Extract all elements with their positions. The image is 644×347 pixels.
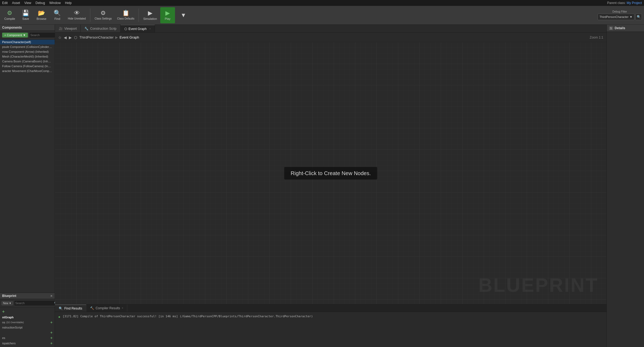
tree-add-empty-button[interactable]: + <box>50 331 53 334</box>
blueprint-tree: + ntGraph ns (32 Overridable) + nstructi… <box>0 307 55 347</box>
blueprint-header: Blueprint × <box>0 293 55 299</box>
play-button[interactable]: ▶ Play <box>160 7 175 23</box>
compile-icon: ⚙ <box>7 10 12 16</box>
play-icon: ▶ <box>165 10 170 16</box>
component-item-collision[interactable]: psule Component (CollisionCylinder) (Inh… <box>0 44 55 49</box>
breadcrumb-graph-icon: ⬡ <box>74 35 77 40</box>
debug-filter-select[interactable]: ThirdPersonCharacter ▼ <box>598 14 634 20</box>
bp-view-button[interactable]: New ▼ <box>2 301 13 305</box>
simulation-button[interactable]: ▶ Simulation <box>141 7 159 23</box>
menu-window[interactable]: Window <box>49 1 61 5</box>
hide-unrelated-button[interactable]: 👁 Hide Unrelated <box>66 7 88 23</box>
zoom-label: Zoom 1:1 <box>590 36 603 39</box>
component-item-mesh[interactable]: Mesh (CharacterMesh0) (Inherited) <box>0 54 55 59</box>
menu-items-group: Edit Asset View Debug Window Help <box>2 1 72 5</box>
viewport-tab-icon: 🎥 <box>59 27 63 31</box>
debug-filter-group: Debug Filter ThirdPersonCharacter ▼ 🔍 <box>598 10 642 20</box>
tab-event-graph[interactable]: ⬡ Event Graph × <box>121 25 155 32</box>
class-settings-icon: ⚙ <box>100 10 106 16</box>
log-entry-0: ● [3171.82] Compile of ThirdPersonCharac… <box>58 314 603 320</box>
center-area: 🎥 Viewport 🔧 Construction Scrip ⬡ Event … <box>55 25 606 347</box>
find-results-icon: 🔍 <box>59 307 63 310</box>
log-text: [3171.82] Compile of ThirdPersonCharacte… <box>62 315 313 318</box>
breadcrumb-path: ThirdPersonCharacter ▶ Event Graph <box>79 35 139 39</box>
tab-viewport[interactable]: 🎥 Viewport <box>55 25 81 32</box>
compiler-tab-close[interactable]: × <box>122 307 123 310</box>
panel-number: 1 <box>609 27 613 30</box>
graph-canvas[interactable]: Right-Click to Create New Nodes. BLUEPRI… <box>55 42 606 304</box>
compile-button[interactable]: ⚙ Compile <box>2 7 17 23</box>
construction-tab-icon: 🔧 <box>84 27 88 31</box>
menu-view[interactable]: View <box>24 1 31 5</box>
blueprint-toolbar: New ▼ 🔍 👁 ⚙ <box>0 299 55 307</box>
toolbar-right: Debug Filter ThirdPersonCharacter ▼ 🔍 <box>598 10 642 20</box>
bp-search-input[interactable] <box>14 301 53 305</box>
component-item-camera-boom[interactable]: Camera Boom (CameraBoom) (Inherited) <box>0 59 55 64</box>
menu-asset[interactable]: Asset <box>12 1 20 5</box>
component-item-char-movement[interactable]: aracter Movement (CharMoveComp) (Inheri <box>0 69 55 73</box>
tree-event-graph-label: ntGraph <box>2 316 14 319</box>
compiler-results-icon: 🔨 <box>90 306 94 310</box>
toolbar-separator-1 <box>90 9 90 22</box>
tree-add-function-button[interactable]: + <box>50 320 53 324</box>
add-component-button[interactable]: + Component ▼ <box>2 33 28 37</box>
left-panel: Components + Component ▼ 🔍 PersonCharact… <box>0 25 55 347</box>
tree-item-event-graph[interactable]: ntGraph <box>0 315 55 320</box>
menu-debug[interactable]: Debug <box>36 1 45 5</box>
bottom-tab-find-results[interactable]: 🔍 Find Results <box>55 304 86 312</box>
components-list: PersonCharacter(self) psule Component (C… <box>0 40 55 293</box>
breadcrumb-back-button[interactable]: ◀ <box>64 35 67 40</box>
tab-construction-script[interactable]: 🔧 Construction Scrip <box>81 25 120 32</box>
tab-close-icon[interactable]: × <box>149 27 151 30</box>
tree-item-empty[interactable]: + <box>0 330 55 335</box>
save-button[interactable]: 💾 Save <box>18 7 33 23</box>
breadcrumb-left: ☆ ◀ ▶ ⬡ ThirdPersonCharacter ▶ Event Gra… <box>58 35 139 40</box>
blueprint-watermark: BLUEPRINT <box>478 274 598 296</box>
play-dropdown-icon: ▼ <box>180 12 186 18</box>
class-defaults-button[interactable]: 📋 Class Defaults <box>115 7 136 23</box>
find-icon: 🔍 <box>54 10 61 16</box>
blueprint-close-button[interactable]: × <box>50 294 53 298</box>
right-panel: 1 Details <box>606 25 644 347</box>
bp-search-bar: 🔍 <box>14 300 59 306</box>
browse-button[interactable]: 📂 Browse <box>34 7 49 23</box>
play-dropdown-button[interactable]: ▼ <box>176 7 191 23</box>
breadcrumb-bar: ☆ ◀ ▶ ⬡ ThirdPersonCharacter ▶ Event Gra… <box>55 33 606 42</box>
menu-edit[interactable]: Edit <box>2 1 8 5</box>
tree-item-variables[interactable]: es + <box>0 335 55 341</box>
find-button[interactable]: 🔍 Find <box>50 7 65 23</box>
tab-bar: 🎥 Viewport 🔧 Construction Scrip ⬡ Event … <box>55 25 606 33</box>
main-area: Components + Component ▼ 🔍 PersonCharact… <box>0 25 644 347</box>
class-settings-button[interactable]: ⚙ Class Settings <box>92 7 114 23</box>
debug-search-button[interactable]: 🔍 <box>635 14 642 20</box>
hide-unrelated-icon: 👁 <box>74 10 80 16</box>
class-defaults-icon: 📋 <box>122 10 129 16</box>
component-item-self[interactable]: PersonCharacter(self) <box>0 40 55 44</box>
bottom-tab-compiler-results[interactable]: 🔨 Compiler Results × <box>86 304 127 312</box>
bottom-tab-bar: 🔍 Find Results 🔨 Compiler Results × <box>55 304 606 312</box>
breadcrumb-forward-button[interactable]: ▶ <box>69 35 72 40</box>
toolbar: ⚙ Compile 💾 Save 📂 Browse 🔍 Find 👁 Hide … <box>0 6 644 25</box>
save-icon: 💾 <box>22 10 29 16</box>
log-bullet: ● <box>58 315 60 319</box>
tree-add-dispatcher-button[interactable]: + <box>50 341 53 345</box>
blueprint-section: Blueprint × New ▼ 🔍 👁 ⚙ + <box>0 293 55 347</box>
menu-bar: Edit Asset View Debug Window Help Parent… <box>0 0 644 6</box>
tree-functions-label: ns (32 Overridable) <box>2 321 24 324</box>
graph-hint: Right-Click to Create New Nodes. <box>284 167 377 180</box>
right-panel-title: Details <box>615 26 625 30</box>
simulation-icon: ▶ <box>148 10 152 16</box>
browse-icon: 📂 <box>38 10 45 16</box>
tree-add-graph[interactable]: + <box>0 308 55 315</box>
tree-item-functions[interactable]: ns (32 Overridable) + <box>0 320 55 325</box>
component-item-arrow[interactable]: rrow Component (Arrow) (Inherited) <box>0 49 55 54</box>
component-item-follow-camera[interactable]: Follow Camera (FollowCamera) (Inherited) <box>0 64 55 69</box>
debug-filter-label: Debug Filter <box>612 10 627 13</box>
bottom-content: ● [3171.82] Compile of ThirdPersonCharac… <box>55 312 606 347</box>
breadcrumb-favorite-button[interactable]: ☆ <box>58 35 62 40</box>
tree-item-dispatchers[interactable]: ispatchers + <box>0 341 55 346</box>
menu-help[interactable]: Help <box>65 1 72 5</box>
tree-item-construction[interactable]: nstructionScript <box>0 325 55 330</box>
tree-add-variable-button[interactable]: + <box>50 336 53 340</box>
event-graph-tab-icon: ⬡ <box>124 27 127 31</box>
